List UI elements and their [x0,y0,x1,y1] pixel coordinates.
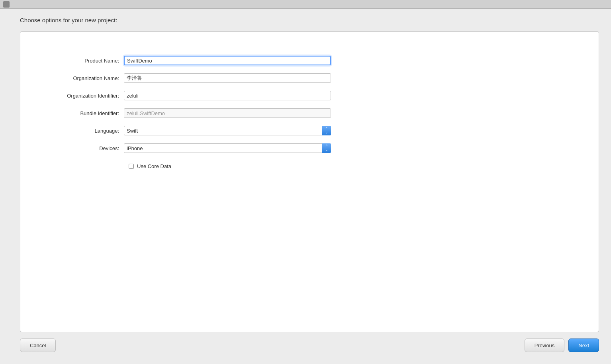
devices-select[interactable]: iPhone iPad Universal [124,143,331,153]
use-core-data-checkbox[interactable] [129,164,134,169]
bundle-id-input [124,108,331,118]
core-data-row: Use Core Data [129,163,583,169]
bundle-id-label: Bundle Identifier: [36,110,124,116]
cancel-button[interactable]: Cancel [20,339,56,352]
form-panel: Product Name: Organization Name: Organiz… [20,31,599,332]
org-name-row: Organization Name: [36,73,583,83]
product-name-label: Product Name: [36,58,124,64]
next-button[interactable]: Next [568,339,599,352]
title-bar [0,0,611,9]
dialog-title: Choose options for your new project: [20,17,599,23]
org-id-label: Organization Identifier: [36,93,124,99]
language-row: Language: Swift Objective-C [36,126,583,135]
app-icon [3,1,10,8]
devices-label: Devices: [36,145,124,151]
window: Choose options for your new project: Pro… [0,0,611,364]
org-name-label: Organization Name: [36,75,124,81]
devices-row: Devices: iPhone iPad Universal [36,143,583,153]
devices-select-wrapper: iPhone iPad Universal [124,143,331,153]
bundle-id-row: Bundle Identifier: [36,108,583,118]
product-name-row: Product Name: [36,56,583,65]
dialog-container: Choose options for your new project: Pro… [0,9,611,364]
previous-button[interactable]: Previous [525,339,565,352]
language-label: Language: [36,128,124,134]
product-name-input[interactable] [124,56,331,65]
button-bar: Cancel Previous Next [20,332,599,356]
use-core-data-label[interactable]: Use Core Data [137,163,171,169]
language-select-wrapper: Swift Objective-C [124,126,331,135]
btn-group-right: Previous Next [525,339,599,352]
org-id-row: Organization Identifier: [36,91,583,100]
language-select[interactable]: Swift Objective-C [124,126,331,135]
org-id-input[interactable] [124,91,331,100]
org-name-input[interactable] [124,73,331,83]
